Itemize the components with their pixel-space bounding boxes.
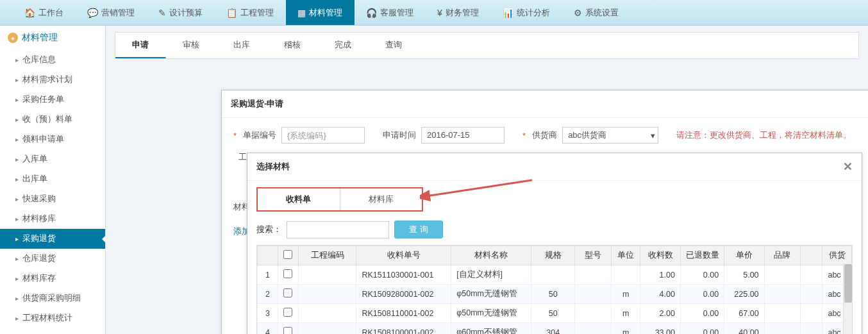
topnav-item[interactable]: ▦材料管理	[286, 0, 355, 25]
sidebar-item[interactable]: 快速采购	[0, 189, 105, 209]
table-row[interactable]: 1RK1511030001-001[自定义材料]1.000.005.00abc	[258, 265, 852, 285]
nav-icon: 📋	[226, 8, 237, 18]
code-input[interactable]: {系统编码}	[281, 127, 365, 144]
top-nav: 🏠工作台💬营销管理✎设计预算📋工程管理▦材料管理🎧客服管理¥财务管理📊统计分析⚙…	[0, 0, 868, 26]
date-input[interactable]: 2016-07-15	[421, 127, 505, 144]
sidebar-title: ● 材料管理	[0, 26, 105, 50]
sidebar-item[interactable]: 材料需求计划	[0, 70, 105, 90]
modal2-title: 选择材料	[256, 161, 290, 172]
row-checkbox[interactable]	[283, 308, 292, 317]
table-row[interactable]: 2RK1509280001-002φ50mm无缝钢管50m4.000.00225…	[258, 285, 852, 304]
nav-label: 系统设置	[585, 7, 619, 19]
table-row[interactable]: 3RK1508110001-002φ50mm无缝钢管50m2.000.0067.…	[258, 304, 852, 323]
col-header	[258, 246, 278, 265]
material-tab[interactable]: 材料库	[340, 188, 422, 210]
material-table: 工程编码收料单号材料名称规格型号单位收料数已退数量单价品牌供货1RK151103…	[256, 245, 853, 334]
sidebar-item[interactable]: 供货商采购明细	[0, 288, 105, 308]
col-header: 收料数	[640, 246, 680, 265]
subtab[interactable]: 出库	[217, 33, 267, 58]
topnav-item[interactable]: ✎设计预算	[147, 0, 215, 25]
col-header: 材料名称	[451, 246, 531, 265]
row-checkbox[interactable]	[283, 327, 292, 334]
sidebar-item[interactable]: 收（预）料单	[0, 110, 105, 129]
sidebar-title-text: 材料管理	[22, 32, 58, 44]
sidebar: ● 材料管理 仓库信息材料需求计划采购任务单收（预）料单领料申请单入库单出库单快…	[0, 26, 106, 334]
nav-label: 工作台	[38, 7, 63, 19]
sidebar-item[interactable]: 采购任务单	[0, 90, 105, 110]
subtab[interactable]: 审核	[166, 33, 217, 58]
col-header: 已退数量	[680, 246, 724, 265]
sidebar-item[interactable]: 仓库信息	[0, 50, 105, 70]
table-row[interactable]: 4RK1508100001-002φ60mm不锈钢管304m33.000.004…	[258, 323, 852, 335]
search-input[interactable]	[287, 221, 389, 238]
sidebar-item[interactable]: 领料申请单	[0, 129, 105, 149]
col-header: 单价	[724, 246, 764, 265]
nav-icon: ¥	[437, 8, 442, 18]
query-button[interactable]: 查 询	[394, 221, 443, 238]
subtab[interactable]: 稽核	[267, 33, 318, 58]
nav-icon: ▦	[297, 8, 306, 18]
sidebar-item[interactable]: 工程材料统计	[0, 308, 105, 328]
sidebar-item[interactable]: 采购退货	[0, 229, 105, 249]
nav-icon: 💬	[87, 8, 98, 18]
row-checkbox[interactable]	[283, 288, 292, 297]
nav-label: 客服管理	[380, 7, 413, 19]
material-tab[interactable]: 收料单	[258, 188, 340, 210]
nav-label: 设计预算	[169, 7, 203, 19]
nav-label: 营销管理	[101, 7, 135, 19]
topnav-item[interactable]: 🎧客服管理	[355, 0, 426, 25]
nav-icon: 🎧	[366, 8, 377, 18]
modal1-title: 采购退货-申请	[231, 98, 283, 110]
col-header: 品牌	[764, 246, 801, 265]
row-checkbox[interactable]	[283, 269, 292, 278]
material-picker-modal: 选择材料 ✕ 收料单材料库 搜索： 查 询 工程编码收料单号材料名称规格型号单位…	[247, 153, 862, 334]
col-header: 供货	[822, 246, 852, 265]
supplier-label: 供货商	[532, 129, 557, 141]
topnav-item[interactable]: 📋工程管理	[215, 0, 286, 25]
col-header	[278, 246, 298, 265]
nav-icon: 📊	[503, 8, 513, 18]
topnav-item[interactable]: 🏠工作台	[13, 0, 76, 25]
col-header: 规格	[531, 246, 575, 265]
sidebar-item[interactable]: 材料移库	[0, 209, 105, 229]
col-header: 收料单号	[356, 246, 451, 265]
nav-label: 材料管理	[309, 7, 342, 19]
sidebar-item[interactable]: 出库单	[0, 169, 105, 189]
col-header: 型号	[575, 246, 612, 265]
col-header: 单位	[612, 246, 640, 265]
col-header: 工程编码	[298, 246, 356, 265]
nav-label: 工程管理	[240, 7, 274, 19]
supplier-select[interactable]: abc供货商▾	[562, 127, 658, 144]
nav-icon: 🏠	[24, 8, 35, 18]
sidebar-item[interactable]: 入库单	[0, 149, 105, 169]
topnav-item[interactable]: ⚙系统设置	[562, 0, 631, 25]
select-all-checkbox[interactable]	[283, 250, 292, 259]
nav-icon: ✎	[158, 8, 166, 18]
topnav-item[interactable]: 📊统计分析	[491, 0, 562, 25]
content-area: 申请审核出库稽核完成查询 删除/批量删除 采购退货-申请 ✕ *单据编号 {系统…	[106, 26, 868, 334]
col-header	[801, 246, 822, 265]
code-label: 单据编号	[243, 129, 276, 141]
sidebar-bullet-icon: ●	[8, 33, 18, 43]
subtab[interactable]: 申请	[115, 33, 166, 58]
sidebar-item[interactable]: 仓库退货	[0, 249, 105, 269]
table-scrollbar[interactable]	[843, 263, 852, 334]
sidebar-item[interactable]: 材料库存	[0, 269, 105, 288]
date-label: 申请时间	[383, 129, 416, 141]
subtab[interactable]: 完成	[318, 33, 369, 58]
sub-tabs: 申请审核出库稽核完成查询	[115, 32, 859, 59]
nav-label: 统计分析	[517, 7, 550, 19]
chevron-down-icon: ▾	[651, 131, 655, 140]
close-icon[interactable]: ✕	[843, 160, 853, 174]
topnav-item[interactable]: ¥财务管理	[426, 0, 491, 25]
nav-icon: ⚙	[574, 8, 582, 18]
topnav-item[interactable]: 💬营销管理	[76, 0, 147, 25]
subtab[interactable]: 查询	[369, 33, 419, 58]
search-label: 搜索：	[256, 224, 281, 235]
supplier-warning: 请注意：更改供货商、工程，将清空材料清单。	[676, 129, 851, 141]
material-tabs: 收料单材料库	[256, 187, 423, 212]
nav-label: 财务管理	[446, 7, 479, 19]
